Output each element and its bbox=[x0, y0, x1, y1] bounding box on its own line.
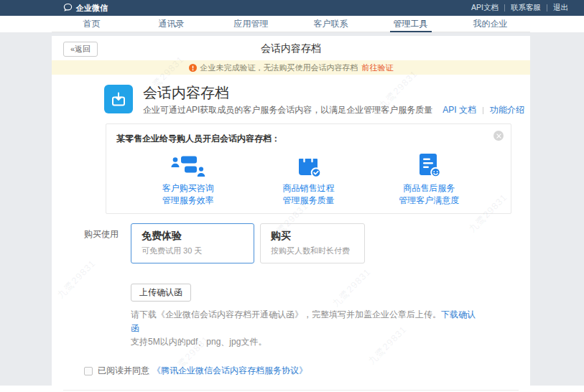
feature-list: 客户购买咨询 管理服务效率 商品销售过程 管理服务质量 bbox=[106, 152, 511, 207]
topbar: 企业微信 API文档 联系客服 退出 bbox=[0, 0, 584, 16]
upload-controls: 上传确认函 请下载《企业微信会话内容存档开通确认函》，完整填写并加盖企业公章后上… bbox=[131, 284, 476, 349]
hero-section: 会话内容存档 企业可通过API获取成员的客户服务会话内容，以满足企业管理客户服务… bbox=[52, 75, 530, 116]
close-icon[interactable] bbox=[493, 131, 504, 141]
upload-instructions: 请下载《企业微信会话内容存档开通确认函》，完整填写并加盖企业公章后上传。下载确认… bbox=[131, 308, 476, 349]
archive-app-icon bbox=[104, 85, 133, 113]
feature-label: 商品销售过程 管理服务质量 bbox=[251, 182, 366, 207]
feature-customer-consult: 客户购买咨询 管理服务效率 bbox=[131, 152, 246, 207]
card-header: «返回 会话内容存档 bbox=[52, 36, 530, 60]
option-title: 购买 bbox=[271, 230, 356, 243]
upload-section: 上传确认函 请下载《企业微信会话内容存档开通确认函》，完整填写并加盖企业公章后上… bbox=[84, 284, 530, 349]
content-card: «返回 会话内容存档 企业未完成验证，无法购买使用会话内容存档 前往验证 会话内… bbox=[52, 36, 530, 386]
feature-sales-process: 商品销售过程 管理服务质量 bbox=[251, 152, 366, 207]
document-smile-icon bbox=[371, 152, 486, 178]
purchase-options: 免费体验 可免费试用 30 天 购买 按购买人数和时长付费 bbox=[131, 223, 365, 263]
wecom-admin-screen: 企业微信 API文档 联系客服 退出 首页 通讯录 应用管理 客户联系 管理工具… bbox=[0, 0, 584, 392]
nav-item-admin-tools[interactable]: 管理工具 bbox=[371, 16, 450, 32]
nav-item-home[interactable]: 首页 bbox=[52, 16, 131, 32]
hero-description: 企业可通过API获取成员的客户服务会话内容，以满足企业管理客户服务质量 bbox=[143, 104, 432, 116]
upload-label-spacer bbox=[84, 284, 131, 349]
chat-bubble-icon bbox=[63, 3, 73, 14]
nav-item-contacts[interactable]: 通讯录 bbox=[131, 16, 211, 32]
agreement-checkbox[interactable] bbox=[84, 367, 93, 375]
main-nav: 首页 通讯录 应用管理 客户联系 管理工具 我的企业 bbox=[52, 16, 530, 32]
option-title: 免费体验 bbox=[142, 230, 245, 243]
chat-people-icon bbox=[131, 152, 246, 178]
hero-description-row: 企业可通过API获取成员的客户服务会话内容，以满足企业管理客户服务质量 API … bbox=[143, 104, 524, 116]
nav-item-my-company[interactable]: 我的企业 bbox=[450, 16, 530, 32]
upload-instruction-text: 请下载《企业微信会话内容存档开通确认函》，完整填写并加盖企业公章后上传。 bbox=[131, 309, 441, 319]
contact-support-link[interactable]: 联系客服 bbox=[505, 3, 547, 13]
shopping-bag-icon bbox=[251, 152, 366, 178]
logout-link[interactable]: 退出 bbox=[547, 3, 574, 13]
api-docs-link[interactable]: API文档 bbox=[465, 3, 504, 13]
warning-text: 企业未完成验证，无法购买使用会话内容存档 bbox=[200, 62, 358, 73]
go-verify-link[interactable]: 前往验证 bbox=[362, 62, 394, 73]
option-description: 按购买人数和时长付费 bbox=[271, 246, 356, 256]
hero-text: 会话内容存档 企业可通过API获取成员的客户服务会话内容，以满足企业管理客户服务… bbox=[143, 85, 524, 116]
upload-confirmation-button[interactable]: 上传确认函 bbox=[131, 284, 191, 302]
verification-warning-bar: 企业未完成验证，无法购买使用会话内容存档 前往验证 bbox=[52, 60, 530, 75]
divider bbox=[483, 107, 483, 114]
promo-header: 某零售企业给导购人员开启会话内容存档： bbox=[106, 124, 511, 145]
topbar-links: API文档 联系客服 退出 bbox=[465, 3, 574, 13]
upload-file-requirements: 支持5M以内的pdf、png、jpg文件。 bbox=[131, 335, 476, 349]
nav-item-apps[interactable]: 应用管理 bbox=[211, 16, 291, 32]
feature-label: 客户购买咨询 管理服务效率 bbox=[131, 182, 246, 207]
purchase-section: 购买使用 免费体验 可免费试用 30 天 购买 按购买人数和时长付费 bbox=[84, 223, 530, 263]
option-free-trial[interactable]: 免费体验 可免费试用 30 天 bbox=[131, 223, 254, 263]
feature-after-sales: 商品售后服务 管理客户满意度 bbox=[371, 152, 486, 207]
warning-icon bbox=[189, 64, 197, 72]
purchase-label: 购买使用 bbox=[84, 223, 131, 263]
agreement-row: 已阅读并同意 《腾讯企业微信会话内容存档服务协议》 bbox=[84, 365, 530, 377]
workspace-background: «返回 会话内容存档 企业未完成验证，无法购买使用会话内容存档 前往验证 会话内… bbox=[0, 32, 584, 386]
example-promo-box: 某零售企业给导购人员开启会话内容存档： 客户购买咨询 管理服务效率 bbox=[106, 123, 511, 214]
wecom-logo[interactable]: 企业微信 bbox=[63, 3, 108, 14]
service-agreement-link[interactable]: 《腾讯企业微信会话内容存档服务协议》 bbox=[152, 365, 307, 377]
hero-title: 会话内容存档 bbox=[143, 85, 524, 101]
option-purchase[interactable]: 购买 按购买人数和时长付费 bbox=[260, 223, 365, 263]
logo-text: 企业微信 bbox=[76, 3, 108, 14]
api-doc-link[interactable]: API 文档 bbox=[442, 104, 476, 116]
feature-label: 商品售后服务 管理客户满意度 bbox=[371, 182, 486, 207]
option-description: 可免费试用 30 天 bbox=[142, 246, 245, 256]
feature-intro-link[interactable]: 功能介绍 bbox=[490, 104, 524, 116]
agreement-text: 已阅读并同意 bbox=[98, 365, 149, 377]
page-title: 会话内容存档 bbox=[52, 36, 530, 60]
nav-item-customer[interactable]: 客户联系 bbox=[291, 16, 371, 32]
back-button[interactable]: «返回 bbox=[63, 42, 98, 57]
divider bbox=[63, 390, 519, 391]
